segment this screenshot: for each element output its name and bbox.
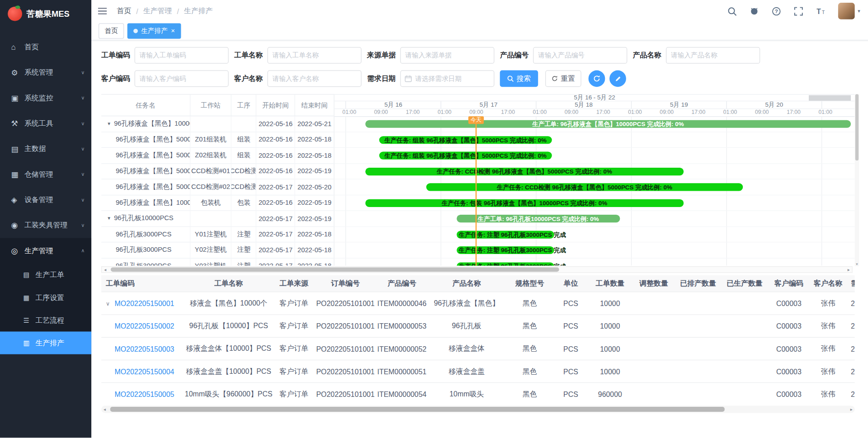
search-icon[interactable]	[728, 6, 737, 16]
sidebar-item-home[interactable]: ⌂首页	[0, 34, 91, 60]
workorder-link[interactable]: MO202205150001	[114, 299, 174, 307]
table-row[interactable]: MO202205150003移液盒盒体【10000】PCS客户订单PO20220…	[101, 338, 855, 360]
gantt-task-bar[interactable]: 生产任务: 注塑 96孔孔板3000PCS 完成	[457, 246, 554, 254]
sidebar-item-master-data[interactable]: ▤主数据∨	[0, 136, 91, 161]
breadcrumb-item[interactable]: 首页	[117, 6, 131, 16]
workorder-link[interactable]: MO202205150002	[114, 322, 174, 330]
gantt-order-bar[interactable]: 生产工单: 96孔孔板10000PCS 完成比例: 0%	[457, 215, 620, 222]
gantt-grid-row[interactable]: 96孔孔板3000PCSY03注塑机注塑2022-05-172022-05-18	[101, 258, 334, 266]
workorder-code-input[interactable]	[135, 47, 229, 64]
gantt-grid-row[interactable]: ▼96孔移液盒【黑色】10000PCS2022-05-162022-05-21	[101, 116, 334, 132]
app-logo[interactable]: 苦糖果MES	[0, 0, 91, 28]
filter-row-2: 客户编码客户名称需求日期 搜索 重置	[101, 71, 631, 87]
close-icon[interactable]: ×	[171, 28, 175, 34]
gantt-range-scroll-thumb[interactable]	[809, 95, 851, 101]
fullscreen-icon[interactable]	[794, 6, 803, 16]
gantt-task-bar[interactable]: 生产任务: 注塑 96孔孔板3000PCS 完成	[457, 231, 554, 238]
gantt-grid-row[interactable]: 96孔移液盒【黑色】10000PCS包装机包装2022-05-162022-05…	[101, 195, 334, 211]
table-cell: 张伟	[810, 338, 846, 360]
scroll-right-arrow[interactable]: ▸	[845, 267, 852, 272]
sidebar-item-warehouse-management[interactable]: ▦仓储管理∨	[0, 162, 91, 187]
tab-production-scheduling[interactable]: 生产排产×	[127, 23, 181, 38]
table-cell: 10mm吸头	[428, 383, 505, 403]
gantt-grid-row[interactable]: 96孔孔板3000PCSY01注塑机注塑2022-05-172022-05-18	[101, 226, 334, 242]
sidebar-item-system-tools[interactable]: ⚒系统工具∨	[0, 111, 91, 136]
tab-home[interactable]: 首页	[99, 23, 124, 38]
table-cell: 202	[846, 315, 854, 337]
table-horizontal-scrollbar[interactable]: ◂ ▸	[101, 406, 855, 413]
search-button[interactable]: 搜索	[500, 71, 538, 87]
sidebar-item-production-scheduling[interactable]: ▥生产排产	[0, 331, 91, 354]
gantt-task-bar[interactable]: 生产任务: CCD检测 96孔移液盒【黑色】5000PCS 完成比例: 0%	[426, 183, 743, 191]
sidebar-item-production-workorder[interactable]: ▤生产工单	[0, 264, 91, 286]
gantt-grid-row[interactable]: 96孔移液盒【黑色】5000PCSCCD检测#01CCD检测2022-05-16…	[101, 164, 334, 179]
table-cell: ITEM00000046	[376, 292, 428, 315]
workorder-link[interactable]: MO202205150005	[114, 390, 174, 398]
gantt-task-bar[interactable]: 生产任务: 组装 96孔移液盒【黑色】5000PCS 完成比例: 0%	[379, 136, 552, 144]
scrollbar-thumb[interactable]	[855, 94, 859, 160]
gantt-vertical-scrollbar[interactable]: ▾	[855, 94, 859, 266]
table-cell	[675, 360, 722, 382]
gantt-cell: 2022-05-17	[256, 179, 295, 195]
refresh-button[interactable]	[589, 71, 605, 87]
gantt-order-bar[interactable]: 生产工单: 96孔移液盒【黑色】10000PCS 完成比例: 0%	[365, 120, 851, 128]
table-cell	[722, 360, 768, 382]
gantt-task-bar[interactable]: 生产任务: CCD检测 96孔移液盒【黑色】5000PCS 完成比例: 0%	[365, 167, 684, 175]
gantt-grid-row[interactable]: 96孔孔板3000PCSY02注塑机注塑2022-05-172022-05-18	[101, 242, 334, 258]
sidebar-item-process-flow[interactable]: ☰工艺流程	[0, 309, 91, 331]
table-row[interactable]: ∨MO202205150001移液盒【黑色】10000个客户订单PO202205…	[101, 292, 855, 315]
gantt-grid-row[interactable]: ▼96孔孔板10000PCS2022-05-172022-05-19	[101, 211, 334, 227]
source-doc-input[interactable]	[400, 47, 494, 64]
sidebar-item-system-monitor[interactable]: ▣系统监控∨	[0, 85, 91, 111]
demand-date-input[interactable]	[400, 71, 494, 87]
scroll-right-arrow[interactable]: ▸	[848, 407, 855, 412]
gantt-horizontal-scrollbar[interactable]: ◂ ▸	[101, 266, 853, 273]
scrollbar-track[interactable]	[108, 267, 845, 272]
svg-text:?: ?	[775, 8, 778, 14]
caret-down-icon[interactable]: ▼	[107, 121, 111, 126]
chevron-down-icon[interactable]: ∨	[106, 300, 115, 306]
workorder-link[interactable]: MO202205150004	[114, 367, 174, 375]
gantt-grid-row[interactable]: 96孔移液盒【黑色】5000PCSZ01组装机组装2022-05-162022-…	[101, 132, 334, 148]
gantt-task-bar[interactable]: 生产任务: 包装 96孔移液盒【黑色】10000PCS 完成比例: 0%	[365, 199, 684, 207]
breadcrumb-item[interactable]: 生产管理	[143, 6, 172, 16]
gantt-task-bar[interactable]: 生产任务: 组装 96孔移液盒【黑色】5000PCS 完成比例: 0%	[379, 152, 552, 160]
scrollbar-thumb[interactable]	[110, 407, 725, 412]
avatar[interactable]	[838, 3, 855, 19]
sidebar-item-fixture-management[interactable]: ◉工装夹具管理∨	[0, 212, 91, 238]
gantt-task-bar[interactable]: 生产任务: 注塑 96孔孔板3000PCS 完成	[457, 262, 554, 266]
caret-down-icon[interactable]: ▼	[107, 216, 111, 221]
help-icon[interactable]: ?	[772, 6, 782, 16]
user-menu[interactable]: ▾	[838, 3, 860, 19]
product-name-input[interactable]	[666, 47, 760, 64]
gantt-grid-row[interactable]: 96孔移液盒【黑色】5000PCSCCD检测#02CCD检测2022-05-17…	[101, 179, 334, 195]
gantt-cell: Y01注塑机	[190, 226, 231, 242]
edit-button[interactable]	[609, 71, 626, 87]
github-icon[interactable]	[750, 6, 760, 16]
customer-name-input[interactable]	[267, 71, 361, 87]
gantt-grid-row[interactable]: 96孔移液盒【黑色】5000PCSZ02组装机组装2022-05-162022-…	[101, 148, 334, 164]
table-cell: C00003	[768, 338, 810, 360]
scroll-left-arrow[interactable]: ◂	[101, 407, 108, 412]
workorder-name-input[interactable]	[267, 47, 361, 64]
workorder-link[interactable]: MO202205150003	[114, 344, 174, 353]
table-row[interactable]: MO20220515000510mm吸头【960000】PCS客户订单PO202…	[101, 383, 855, 403]
reset-button[interactable]: 重置	[545, 71, 581, 87]
scrollbar-thumb[interactable]	[111, 267, 559, 272]
sidebar-item-label: 设备管理	[24, 195, 81, 205]
sidebar-item-equipment-management[interactable]: ◈设备管理∨	[0, 187, 91, 212]
table-row[interactable]: MO20220515000296孔孔板【10000】PCS客户订单PO20220…	[101, 315, 855, 338]
table-cell	[722, 383, 768, 403]
sidebar-item-production-management[interactable]: ◎生产管理∧	[0, 238, 91, 264]
sidebar-item-system-management[interactable]: ⚙系统管理∨	[0, 60, 91, 85]
sidebar-toggle-icon[interactable]	[98, 7, 107, 15]
table-row[interactable]: MO202205150004移液盒盒盖【10000】PCS客户订单PO20220…	[101, 360, 855, 383]
sidebar-item-label: 生产工单	[35, 270, 91, 280]
product-code-input[interactable]	[533, 47, 627, 64]
customer-code-input[interactable]	[135, 71, 229, 87]
sidebar-item-process-settings[interactable]: ▦工序设置	[0, 286, 91, 309]
table-cell	[633, 338, 675, 360]
scroll-left-arrow[interactable]: ◂	[102, 267, 108, 272]
font-size-icon[interactable]: TT	[816, 6, 826, 16]
scroll-down-arrow[interactable]: ▾	[855, 262, 859, 266]
